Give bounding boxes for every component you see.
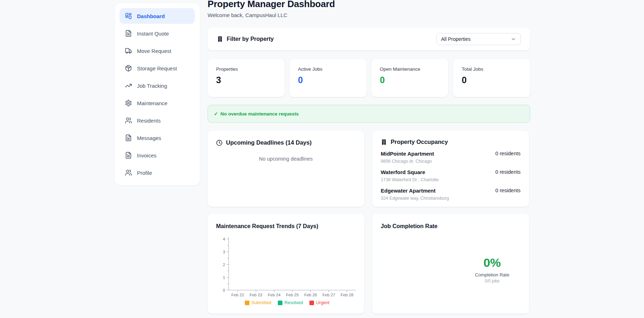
sidebar-item-profile[interactable]: Profile [120,165,195,180]
filter-label-text: Filter by Property [227,36,274,42]
sidebar-item-invoices[interactable]: Invoices [120,147,195,163]
property-occupancy-card: Property Occupancy MidPointe Apartment98… [372,131,529,207]
svg-text:Feb 22: Feb 22 [231,293,244,297]
job-completion-card: Job Completion Rate 0% Completion Rate 0… [372,214,529,314]
property-address: 9856 Chicago dr, Chicago [381,159,434,164]
deadlines-title-text: Upcoming Deadlines (14 Days) [226,139,312,146]
occupancy-title: Property Occupancy [381,139,521,145]
stat-label: Properties [216,66,276,72]
completion-rate-label: Completion Rate [464,272,521,277]
no-overdue-banner: ✓ No overdue maintenance requests [208,105,530,123]
file-icon [125,30,132,37]
sidebar-item-messages[interactable]: Messages [120,130,195,146]
completion-title: Job Completion Rate [381,223,521,230]
property-name: Waterford Square [381,169,439,175]
residents-count: 0 residents [495,188,521,193]
sidebar-item-job-tracking[interactable]: Job Tracking [120,78,195,93]
sidebar-item-label: Residents [137,118,161,124]
stats-row: Properties3Active Jobs0Open Maintenance0… [208,59,530,97]
legend-item-submitted[interactable]: Submitted [245,300,271,305]
completion-jobs-count: 0/0 jobs [464,279,521,284]
sidebar-item-instant-quote[interactable]: Instant Quote [120,26,195,41]
property-filter-dropdown[interactable]: All Properties [436,33,521,45]
sidebar-item-label: Dashboard [137,13,165,19]
trends-title-text: Maintenance Request Trends (7 Days) [216,223,318,230]
sidebar-item-label: Job Tracking [137,83,167,89]
svg-text:Feb 28: Feb 28 [341,293,353,297]
legend-item-resolved[interactable]: Resolved [278,300,303,305]
legend-swatch [309,301,314,305]
dashboard-icon [125,12,132,20]
stat-value: 0 [380,75,440,85]
chevron-down-icon [511,36,516,42]
legend-label: Urgent [316,300,330,305]
trends-line-chart: 01234Feb 22Feb 23Feb 24Feb 25Feb 26Feb 2… [216,235,358,306]
sidebar: DashboardInstant QuoteMove RequestStorag… [115,3,200,185]
trending-up-icon [125,82,132,89]
sidebar-item-label: Messages [137,135,161,141]
sidebar-item-dashboard[interactable]: Dashboard [120,8,195,24]
property-name: Edgewater Apartment [381,188,449,194]
stat-value: 0 [298,75,358,85]
stat-card-properties: Properties3 [208,59,285,97]
clock-icon [216,140,222,146]
property-filter-value: All Properties [441,36,470,42]
stat-card-total-jobs: Total Jobs0 [453,59,530,97]
occupancy-rows: MidPointe Apartment9856 Chicago dr, Chic… [381,145,521,201]
svg-text:1: 1 [223,275,225,280]
legend-item-urgent[interactable]: Urgent [309,300,330,305]
stat-value: 0 [462,75,522,85]
svg-text:0: 0 [223,288,225,292]
trends-title: Maintenance Request Trends (7 Days) [216,223,356,230]
occupancy-row-info: MidPointe Apartment9856 Chicago dr, Chic… [381,151,434,164]
svg-text:Feb 23: Feb 23 [249,293,262,297]
property-address: 1738 Waterford Dr , Charlotte [381,177,439,182]
occupancy-row: Waterford Square1738 Waterford Dr , Char… [381,164,521,182]
sidebar-item-label: Move Request [137,48,171,54]
stat-card-active-jobs: Active Jobs0 [290,59,367,97]
filter-label: Filter by Property [217,36,274,42]
main-content: Property Manager Dashboard Welcome back,… [208,0,530,318]
truck-icon [125,47,132,54]
sidebar-item-residents[interactable]: Residents [120,113,195,128]
completion-stats: 0% Completion Rate 0/0 jobs [464,256,521,284]
property-address: 324 Edgewate way, Christiansburg [381,196,449,201]
svg-text:Feb 27: Feb 27 [323,293,335,297]
upcoming-deadlines-card: Upcoming Deadlines (14 Days) No upcoming… [208,131,364,207]
stat-card-open-maintenance: Open Maintenance0 [371,59,448,97]
completion-rate-value: 0% [464,256,521,270]
file-icon [125,134,132,141]
residents-count: 0 residents [495,151,521,156]
page-title: Property Manager Dashboard [208,0,530,10]
svg-text:Feb 26: Feb 26 [304,293,317,297]
users-icon [125,169,132,176]
banner-text: No overdue maintenance requests [220,111,299,117]
sidebar-item-move-request[interactable]: Move Request [120,43,195,59]
sidebar-item-label: Instant Quote [137,31,169,37]
occupancy-row-info: Waterford Square1738 Waterford Dr , Char… [381,169,439,182]
legend-swatch [245,301,249,305]
legend-label: Resolved [285,300,303,305]
residents-count: 0 residents [495,169,521,175]
sidebar-item-maintenance[interactable]: Maintenance [120,95,195,111]
deadlines-empty-text: No upcoming deadlines [216,156,356,162]
svg-text:4: 4 [223,237,225,241]
svg-text:Feb 24: Feb 24 [268,293,281,297]
maintenance-trends-card: Maintenance Request Trends (7 Days) 0123… [208,214,364,314]
sidebar-item-label: Maintenance [137,100,167,106]
sidebar-item-label: Invoices [137,152,156,158]
occupancy-row: MidPointe Apartment9856 Chicago dr, Chic… [381,145,521,164]
welcome-text: Welcome back, CampusHaul LLC [208,12,530,18]
stat-label: Open Maintenance [380,66,440,72]
sidebar-item-storage-request[interactable]: Storage Request [120,60,195,76]
file-icon [125,152,132,159]
check-icon: ✓ [214,111,218,117]
package-icon [125,65,132,72]
users-icon [125,117,132,124]
svg-text:2: 2 [223,263,225,267]
building-icon [217,36,223,42]
stat-value: 3 [216,75,276,85]
filter-card: Filter by Property All Properties [208,28,530,50]
occupancy-row-info: Edgewater Apartment324 Edgewate way, Chr… [381,188,449,201]
stat-label: Active Jobs [298,66,358,72]
